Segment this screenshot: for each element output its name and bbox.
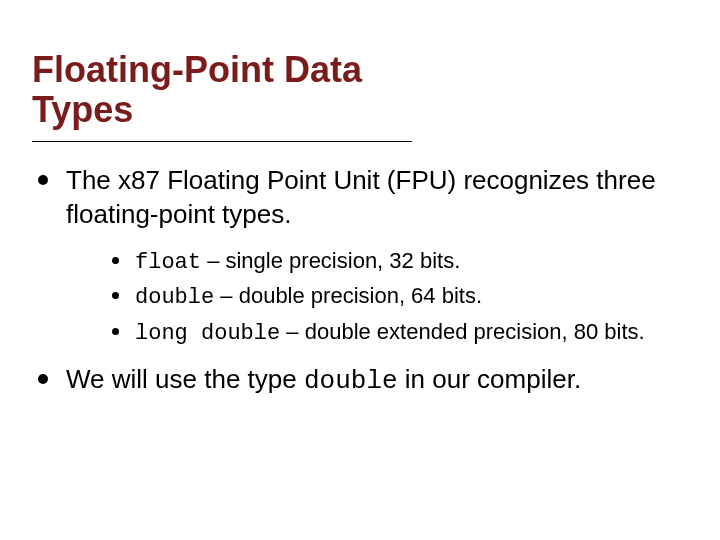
list-item: The x87 Floating Point Unit (FPU) recogn… (38, 164, 680, 232)
code-text: double (135, 285, 214, 310)
list-item-text: The x87 Floating Point Unit (FPU) recogn… (66, 164, 680, 232)
list-item-text: double – double precision, 64 bits. (135, 281, 482, 313)
code-text: double (304, 366, 398, 396)
list-item: double – double precision, 64 bits. (112, 281, 680, 313)
list-item: We will use the type double in our compi… (38, 363, 680, 399)
text-fragment: – single precision, 32 bits. (201, 248, 460, 273)
slide: Floating-Point Data Types The x87 Floati… (0, 0, 720, 540)
bullet-icon (112, 292, 119, 299)
list-item: long double – double extended precision,… (112, 317, 680, 349)
list-item-text: long double – double extended precision,… (135, 317, 645, 349)
bullet-list-level1: The x87 Floating Point Unit (FPU) recogn… (38, 164, 680, 398)
text-fragment: – double precision, 64 bits. (214, 283, 482, 308)
slide-title: Floating-Point Data Types (32, 50, 412, 129)
bullet-icon (38, 175, 48, 185)
bullet-list-level2: float – single precision, 32 bits. doubl… (112, 246, 680, 349)
bullet-icon (38, 374, 48, 384)
code-text: float (135, 250, 201, 275)
bullet-icon (112, 257, 119, 264)
list-item-text: float – single precision, 32 bits. (135, 246, 460, 278)
text-fragment: in our compiler. (398, 364, 582, 394)
list-item: float – single precision, 32 bits. (112, 246, 680, 278)
bullet-icon (112, 328, 119, 335)
code-text: long double (135, 321, 280, 346)
text-fragment: – double extended precision, 80 bits. (280, 319, 644, 344)
list-item-text: We will use the type double in our compi… (66, 363, 581, 399)
title-underline: Floating-Point Data Types (32, 50, 412, 142)
text-fragment: We will use the type (66, 364, 304, 394)
